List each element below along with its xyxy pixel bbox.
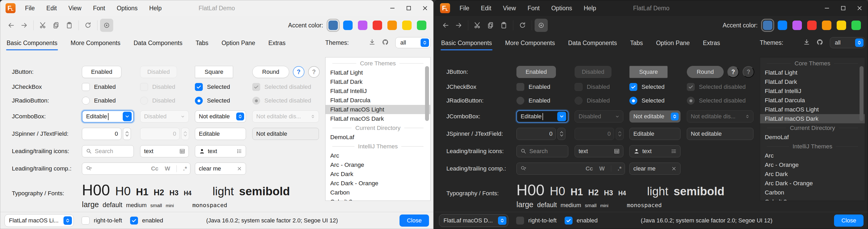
regex-toggle[interactable]: .*: [618, 165, 621, 172]
square-button[interactable]: Square: [629, 66, 668, 78]
accent-color-swatch[interactable]: [837, 21, 846, 30]
minimize-button[interactable]: [819, 0, 835, 16]
tab[interactable]: Tabs: [630, 37, 644, 50]
minimize-button[interactable]: [384, 0, 401, 16]
enabled-button[interactable]: Enabled: [82, 66, 121, 78]
spinner-value[interactable]: 0: [517, 128, 556, 140]
accent-color-swatch[interactable]: [793, 21, 802, 30]
theme-list-item[interactable]: DemoLaf: [760, 133, 865, 142]
not-editable-combobox[interactable]: Not editable: [629, 110, 681, 122]
theme-list-item[interactable]: FlatLaf IntelliJ: [760, 86, 865, 96]
round-button[interactable]: Round: [252, 66, 289, 78]
user-input[interactable]: text: [629, 145, 681, 157]
enabled-checkbox[interactable]: [130, 217, 138, 225]
editable-combobox[interactable]: Editable: [517, 110, 568, 122]
laf-combobox[interactable]: FlatLaf macOS D...: [439, 214, 508, 227]
menu-item[interactable]: View: [68, 5, 82, 12]
enabled-button[interactable]: Enabled: [517, 66, 556, 78]
checkbox-selected[interactable]: [629, 83, 637, 91]
tab[interactable]: Data Components: [133, 37, 183, 50]
paste-icon[interactable]: [63, 19, 76, 32]
spinner-up-down-buttons[interactable]: [123, 128, 131, 140]
theme-list-item[interactable]: Arc Dark - Orange: [760, 179, 865, 188]
accent-color-swatch[interactable]: [417, 21, 426, 30]
theme-list-item[interactable]: Current Directory: [760, 123, 865, 133]
menu-item[interactable]: Font: [93, 5, 105, 12]
menu-item[interactable]: File: [460, 5, 469, 12]
forward-button[interactable]: [452, 19, 465, 32]
theme-list-item[interactable]: Arc: [760, 151, 865, 160]
cut-icon[interactable]: [471, 19, 484, 32]
search-input[interactable]: Search: [82, 145, 134, 157]
theme-list-item[interactable]: FlatLaf macOS Dark: [326, 114, 430, 123]
inspect-eye-toggle[interactable]: [535, 19, 548, 32]
menu-item[interactable]: Font: [527, 5, 539, 12]
theme-list-item[interactable]: IntelliJ Themes: [760, 142, 865, 151]
theme-list-item[interactable]: Arc: [326, 151, 430, 160]
checkbox-enabled[interactable]: [517, 83, 524, 91]
spinner-up-down-buttons[interactable]: [558, 128, 565, 140]
radio-selected[interactable]: [195, 97, 203, 105]
maximize-button[interactable]: [401, 0, 417, 16]
tab[interactable]: Option Pane: [221, 37, 256, 50]
theme-list-item[interactable]: IntelliJ Themes: [326, 142, 430, 151]
clearable-input[interactable]: clear me: [195, 163, 246, 175]
whole-word-toggle[interactable]: W: [599, 165, 605, 172]
accent-color-swatch[interactable]: [373, 21, 382, 30]
menu-item[interactable]: Help: [149, 5, 161, 12]
spinner[interactable]: 0: [517, 128, 565, 140]
tab[interactable]: Extras: [268, 37, 286, 50]
radio-selected[interactable]: [629, 97, 637, 105]
search-options-input[interactable]: Cc W .*: [82, 163, 190, 175]
github-icon[interactable]: [381, 38, 389, 47]
theme-list-item[interactable]: FlatLaf macOS Dark: [760, 114, 865, 123]
theme-list-item[interactable]: FlatLaf Light: [760, 68, 865, 77]
disabled-button[interactable]: Disabled: [575, 66, 612, 78]
editable-combobox[interactable]: Editable: [82, 110, 134, 122]
accent-color-swatch[interactable]: [822, 21, 831, 30]
menu-item[interactable]: Edit: [481, 5, 491, 12]
tab[interactable]: Option Pane: [655, 37, 690, 50]
theme-list-item[interactable]: Arc Dark: [760, 169, 865, 179]
menu-item[interactable]: View: [503, 5, 516, 12]
square-button[interactable]: Square: [195, 66, 233, 78]
theme-list-item[interactable]: FlatLaf Dark: [760, 77, 865, 86]
theme-list-item[interactable]: DemoLaf: [326, 133, 430, 142]
whole-word-toggle[interactable]: W: [165, 165, 170, 172]
back-button[interactable]: [439, 19, 452, 32]
checkbox-enabled[interactable]: [82, 83, 90, 91]
help-button-disabled[interactable]: ?: [308, 66, 320, 78]
date-input[interactable]: text: [140, 145, 189, 157]
menu-item[interactable]: Help: [584, 5, 596, 12]
theme-list-item[interactable]: Arc Dark - Orange: [326, 179, 430, 188]
cut-icon[interactable]: [36, 19, 50, 32]
copy-icon[interactable]: [50, 19, 63, 32]
download-icon[interactable]: [368, 38, 376, 47]
user-input[interactable]: text: [195, 145, 246, 157]
help-button[interactable]: ?: [727, 66, 739, 78]
maximize-button[interactable]: [835, 0, 851, 16]
theme-list-item[interactable]: FlatLaf IntelliJ: [326, 86, 430, 96]
editable-textfield[interactable]: Editable: [629, 128, 681, 140]
chevron-down-icon[interactable]: [557, 112, 566, 121]
copy-icon[interactable]: [484, 19, 497, 32]
menu-item[interactable]: File: [25, 5, 35, 12]
accent-color-swatch[interactable]: [329, 21, 338, 30]
spinner[interactable]: 0: [82, 128, 131, 140]
search-input[interactable]: Search: [517, 145, 568, 157]
theme-list-item[interactable]: Core Themes: [326, 59, 430, 68]
refresh-icon[interactable]: [82, 19, 95, 32]
tab[interactable]: Basic Components: [6, 37, 58, 50]
theme-list-item[interactable]: FlatLaf macOS Light: [760, 105, 865, 114]
accent-color-swatch[interactable]: [851, 21, 861, 30]
back-button[interactable]: [4, 19, 18, 32]
theme-list-item[interactable]: FlatLaf macOS Light: [326, 105, 430, 114]
date-input[interactable]: text: [575, 145, 623, 157]
theme-list-item[interactable]: Cobalt 2: [326, 197, 430, 201]
tab[interactable]: Extras: [702, 37, 720, 50]
round-button[interactable]: Round: [687, 66, 724, 78]
inspect-eye-toggle[interactable]: [100, 19, 113, 32]
theme-list-item[interactable]: Arc - Orange: [760, 160, 865, 169]
accent-color-swatch[interactable]: [763, 21, 772, 30]
search-options-input[interactable]: Cc W .*: [517, 163, 625, 175]
